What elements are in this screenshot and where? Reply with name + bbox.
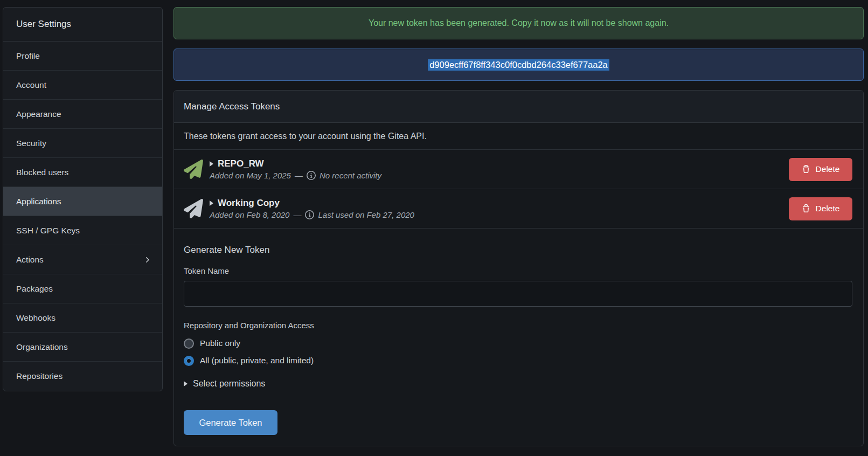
trash-icon [802, 204, 810, 213]
token-expand-toggle[interactable]: Working Copy [210, 198, 789, 209]
radio-label[interactable]: All (public, private, and limited) [200, 356, 314, 365]
delete-token-button[interactable]: Delete [789, 158, 852, 181]
sidebar-item-applications[interactable]: Applications [3, 187, 162, 216]
delete-token-button[interactable]: Delete [789, 197, 852, 220]
sidebar-item-repositories[interactable]: Repositories [3, 362, 162, 391]
token-name: REPO_RW [218, 158, 264, 169]
access-tokens-panel: Manage Access Tokens These tokens grant … [173, 90, 864, 446]
sidebar-title: User Settings [3, 8, 162, 42]
radio-selected-icon[interactable] [184, 356, 194, 366]
paper-plane-icon [184, 199, 203, 218]
new-token-value[interactable]: d909ecff67f8ff343c0f0cdbd264c33ef677aa2a [428, 59, 609, 71]
settings-sidebar: User Settings Profile Account Appearance… [3, 7, 163, 391]
info-icon [307, 171, 316, 180]
token-added-date: Added on May 1, 2025 [210, 171, 291, 180]
success-message: Your new token has been generated. Copy … [369, 18, 669, 28]
panel-description: These tokens grant access to your accoun… [174, 123, 863, 150]
token-row: REPO_RW Added on May 1, 2025 — No recent… [174, 150, 863, 189]
select-permissions-label: Select permissions [193, 379, 265, 389]
sidebar-item-account[interactable]: Account [3, 71, 162, 100]
success-banner: Your new token has been generated. Copy … [173, 7, 864, 39]
sidebar-item-profile[interactable]: Profile [3, 42, 162, 71]
generate-token-heading: Generate New Token [184, 245, 852, 255]
sidebar-item-packages[interactable]: Packages [3, 274, 162, 303]
radio-unselected-icon[interactable] [184, 338, 194, 349]
meta-dash: — [293, 210, 301, 219]
token-name-input[interactable] [184, 281, 852, 307]
select-permissions-toggle[interactable]: Select permissions [184, 377, 852, 390]
sidebar-item-label: Actions [16, 255, 44, 265]
token-meta: Added on Feb 8, 2020 — Last used on Feb … [210, 210, 789, 219]
sidebar-item-ssh-gpg-keys[interactable]: SSH / GPG Keys [3, 216, 162, 245]
token-info: Working Copy Added on Feb 8, 2020 — Last… [210, 198, 789, 219]
sidebar-item-security[interactable]: Security [3, 129, 162, 158]
token-expand-toggle[interactable]: REPO_RW [210, 158, 789, 169]
token-name-label: Token Name [184, 266, 852, 275]
sidebar-item-webhooks[interactable]: Webhooks [3, 303, 162, 333]
token-info: REPO_RW Added on May 1, 2025 — No recent… [210, 158, 789, 180]
token-name: Working Copy [218, 198, 280, 209]
radio-all-access[interactable]: All (public, private, and limited) [184, 353, 852, 369]
new-token-box: d909ecff67f8ff343c0f0cdbd264c33ef677aa2a [173, 49, 864, 81]
token-activity: Last used on Feb 27, 2020 [318, 210, 414, 219]
token-meta: Added on May 1, 2025 — No recent activit… [210, 171, 789, 180]
token-activity: No recent activity [320, 171, 381, 180]
radio-public-only[interactable]: Public only [184, 335, 852, 351]
sidebar-item-organizations[interactable]: Organizations [3, 333, 162, 362]
panel-title: Manage Access Tokens [174, 91, 863, 123]
sidebar-item-blocked-users[interactable]: Blocked users [3, 158, 162, 187]
paper-plane-icon [184, 160, 203, 179]
triangle-right-icon [210, 201, 213, 206]
triangle-right-icon [210, 161, 213, 167]
delete-button-label: Delete [816, 164, 840, 174]
chevron-right-icon [143, 255, 151, 264]
sidebar-item-appearance[interactable]: Appearance [3, 100, 162, 129]
trash-icon [802, 165, 810, 174]
info-icon [305, 210, 314, 219]
radio-label[interactable]: Public only [200, 338, 240, 348]
triangle-right-icon [184, 381, 188, 386]
token-row: Working Copy Added on Feb 8, 2020 — Last… [174, 189, 863, 229]
meta-dash: — [295, 171, 303, 180]
generate-token-button[interactable]: Generate Token [184, 410, 277, 435]
delete-button-label: Delete [816, 204, 840, 213]
token-added-date: Added on Feb 8, 2020 [210, 210, 289, 219]
access-scope-label: Repository and Organization Access [184, 321, 852, 330]
generate-token-section: Generate New Token Token Name Repository… [174, 229, 863, 435]
sidebar-item-actions[interactable]: Actions [3, 245, 162, 274]
